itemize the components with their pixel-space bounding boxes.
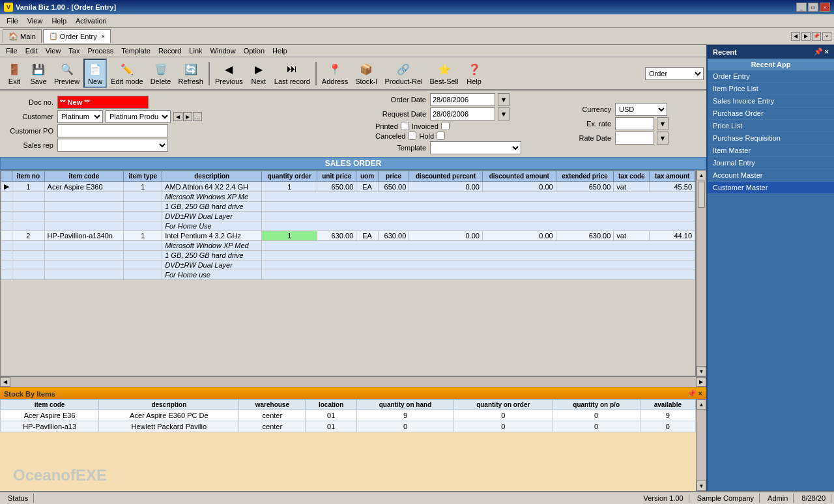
- ex-rate-input[interactable]: [615, 117, 654, 130]
- mod-tax[interactable]: Tax: [65, 46, 83, 56]
- recent-item-sales-invoice[interactable]: Sales Invoice Entry: [708, 95, 834, 107]
- recent-item-journal-entry[interactable]: Journal Entry: [708, 157, 834, 169]
- new-button[interactable]: 📄 New: [83, 59, 107, 88]
- mod-template[interactable]: Template: [118, 46, 154, 56]
- customer-po-input[interactable]: [57, 124, 168, 137]
- panel-pin[interactable]: 📌: [812, 32, 821, 41]
- desc-line: 1 GB, 250 GB hard drive: [162, 251, 262, 260]
- address-button[interactable]: 📍 Address: [319, 59, 351, 87]
- doc-no-input[interactable]: [57, 96, 149, 109]
- stock-panel-close[interactable]: ×: [698, 389, 702, 398]
- preview-label: Preview: [54, 77, 79, 85]
- menu-file[interactable]: File: [3, 16, 22, 26]
- so-hscrollbar[interactable]: ◀ ▶: [0, 376, 706, 387]
- right-panel-close[interactable]: ×: [825, 48, 829, 56]
- so-scrollbar[interactable]: ▲ ▼: [696, 170, 706, 376]
- scroll-up-btn[interactable]: ▲: [697, 170, 706, 180]
- customer-name-select[interactable]: Platinum Produ: [106, 110, 171, 123]
- mod-link[interactable]: Link: [186, 46, 205, 56]
- exit-button[interactable]: 🚪 Exit: [3, 59, 26, 87]
- table-row[interactable]: ▶ 1 Acer Aspire E360 1 AMD Athlon 64 X2 …: [1, 182, 695, 192]
- customer-nav-dot[interactable]: …: [193, 112, 202, 121]
- stock-scrollbar[interactable]: ▲ ▼: [696, 399, 706, 491]
- mod-view[interactable]: View: [42, 46, 65, 56]
- recent-item-price-list2[interactable]: Price List: [708, 120, 834, 132]
- help-button[interactable]: ❓ Help: [463, 59, 486, 87]
- table-row: DVD±RW Dual Layer: [1, 260, 695, 270]
- mod-help[interactable]: Help: [269, 46, 291, 56]
- order-date-input[interactable]: [430, 93, 495, 106]
- request-date-input[interactable]: [430, 107, 495, 120]
- menu-activation[interactable]: Activation: [72, 16, 111, 26]
- currency-select[interactable]: USD: [615, 103, 667, 116]
- rate-date-picker[interactable]: ▼: [657, 132, 669, 145]
- tab-main[interactable]: 🏠 Main: [3, 29, 42, 43]
- recent-item-purchase-order[interactable]: Purchase Order: [708, 107, 834, 120]
- close-btn[interactable]: ×: [820, 3, 830, 12]
- delete-button[interactable]: 🗑️ Delete: [147, 59, 175, 87]
- rate-date-input[interactable]: [615, 132, 654, 145]
- list-item[interactable]: HP-Pavillion-a13 Hewlett Packard Pavilio…: [1, 421, 696, 432]
- mod-process[interactable]: Process: [84, 46, 117, 56]
- product-rel-button[interactable]: 🔗 Product-Rel: [381, 59, 425, 87]
- mod-edit[interactable]: Edit: [22, 46, 41, 56]
- sales-order-grid[interactable]: item no item code item type description …: [0, 170, 696, 376]
- qty-order[interactable]: 1: [262, 182, 317, 192]
- panel-nav-right[interactable]: ▶: [801, 32, 811, 41]
- edit-mode-button[interactable]: ✏️ Edit mode: [108, 59, 147, 87]
- customer-nav-left[interactable]: ◀: [173, 112, 182, 121]
- recent-item-order-entry[interactable]: Order Entry: [708, 70, 834, 83]
- invoiced-checkbox[interactable]: [441, 122, 450, 130]
- printed-checkbox[interactable]: [401, 122, 409, 130]
- tab-order-entry[interactable]: 📋 Order Entry ×: [43, 29, 111, 43]
- recent-item-purchase-req[interactable]: Purchase Requisition: [708, 132, 834, 145]
- last-record-button[interactable]: ⏭ Last record: [271, 59, 313, 87]
- exit-label: Exit: [8, 77, 20, 85]
- stock-scroll-up[interactable]: ▲: [697, 399, 706, 410]
- customer-select[interactable]: Platinum: [57, 110, 103, 123]
- order-date-picker[interactable]: ▼: [498, 93, 510, 106]
- mod-file[interactable]: File: [3, 46, 21, 56]
- tab-close-icon[interactable]: ×: [102, 33, 105, 40]
- mod-window[interactable]: Window: [207, 46, 239, 56]
- save-button[interactable]: 💾 Save: [27, 59, 50, 87]
- previous-button[interactable]: ◀ Previous: [212, 59, 246, 87]
- scroll-thumb[interactable]: [698, 182, 705, 208]
- maximize-btn[interactable]: □: [808, 3, 818, 12]
- menu-view[interactable]: View: [23, 16, 47, 26]
- refresh-button[interactable]: 🔄 Refresh: [175, 59, 207, 87]
- sales-rep-select[interactable]: [57, 139, 168, 152]
- recent-item-customer-master[interactable]: Customer Master: [708, 182, 834, 194]
- mod-option[interactable]: Option: [240, 46, 268, 56]
- recent-item-account-master[interactable]: Account Master: [708, 169, 834, 182]
- order-type-dropdown[interactable]: Order Quote Return: [645, 67, 704, 80]
- right-panel-pin[interactable]: 📌: [814, 48, 823, 56]
- ex-rate-picker[interactable]: ▼: [657, 117, 669, 130]
- customer-nav-right[interactable]: ▶: [183, 112, 192, 121]
- canceled-checkbox[interactable]: [408, 132, 416, 140]
- panel-nav-left[interactable]: ◀: [791, 32, 800, 41]
- recent-item-price-list[interactable]: Item Price List: [708, 83, 834, 95]
- recent-item-item-master[interactable]: Item Master: [708, 145, 834, 157]
- next-button[interactable]: ▶ Next: [247, 59, 270, 87]
- mod-record[interactable]: Record: [155, 46, 184, 56]
- hscroll-left-btn[interactable]: ◀: [0, 377, 10, 387]
- hscroll-right-btn[interactable]: ▶: [696, 377, 706, 387]
- template-select[interactable]: [430, 141, 521, 154]
- list-item[interactable]: Acer Aspire E36 Acer Aspire E360 PC De c…: [1, 410, 696, 421]
- minimize-btn[interactable]: _: [796, 3, 807, 12]
- stock-scroll-down[interactable]: ▼: [697, 481, 706, 491]
- best-sell-button[interactable]: ⭐ Best-Sell: [426, 59, 461, 87]
- title-bar: V Vanila Biz 1.00 - [Order Entry] _ □ ×: [0, 0, 834, 14]
- stock-i-button[interactable]: 📦 Stock-I: [352, 59, 381, 87]
- menu-help[interactable]: Help: [48, 16, 70, 26]
- request-date-picker[interactable]: ▼: [498, 107, 510, 120]
- qty-order[interactable]: 1: [262, 231, 317, 241]
- hold-checkbox[interactable]: [437, 132, 445, 140]
- preview-button[interactable]: 🔍 Preview: [51, 59, 83, 87]
- stock-panel-pin[interactable]: 📌: [687, 389, 697, 398]
- panel-close[interactable]: ×: [822, 32, 831, 41]
- stock-grid[interactable]: item code description warehouse location…: [0, 399, 696, 491]
- scroll-down-btn[interactable]: ▼: [697, 366, 706, 376]
- table-row[interactable]: 2 HP-Pavillion-a1340n 1 Intel Pentium 4 …: [1, 231, 695, 241]
